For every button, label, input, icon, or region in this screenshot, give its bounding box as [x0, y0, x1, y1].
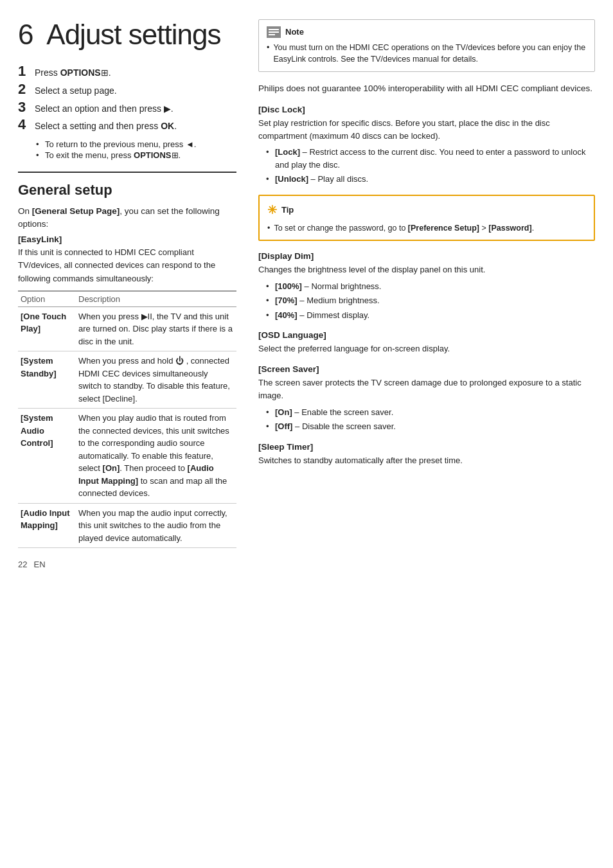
note-text: You must turn on the HDMI CEC operations…: [273, 42, 587, 66]
chapter-number: 6: [18, 19, 33, 50]
screen-saver-body: The screen saver protects the TV screen …: [258, 376, 595, 402]
chapter-title-text: Adjust settings: [46, 19, 220, 50]
display-dim-body: Changes the brightness level of the disp…: [258, 263, 595, 276]
sub-step-2: • To exit the menu, press OPTIONS⊞.: [36, 150, 236, 160]
table-row: [System Standby] When you press and hold…: [18, 351, 236, 409]
table-header-description: Description: [76, 291, 236, 307]
page-number: 22: [18, 560, 27, 569]
tip-box: ✳ Tip • To set or change the password, g…: [258, 195, 595, 242]
display-dim-bullets: • [100%] – Normal brightness. • [70%] – …: [266, 280, 595, 322]
note-box: Note • You must turn on the HDMI CEC ope…: [258, 19, 595, 72]
table-cell-desc-1: When you press ▶II, the TV and this unit…: [76, 306, 236, 351]
osd-language-section: [OSD Language] Select the preferred lang…: [258, 330, 595, 355]
display-dim-bullet-1: • [100%] – Normal brightness.: [266, 280, 595, 293]
screen-saver-bullet-1: • [On] – Enable the screen saver.: [266, 406, 595, 419]
bullet-icon: •: [266, 309, 275, 322]
sleep-timer-section: [Sleep Timer] Switches to standby automa…: [258, 442, 595, 467]
display-dim-section: [Display Dim] Changes the brightness lev…: [258, 251, 595, 321]
note-header: Note: [267, 26, 587, 39]
table-cell-desc-3: When you play audio that is routed from …: [76, 409, 236, 504]
screen-saver-section: [Screen Saver] The screen saver protects…: [258, 364, 595, 432]
options-table: Option Description [One Touch Play] When…: [18, 290, 236, 549]
left-column: 6 Adjust settings 1 Press OPTIONS⊞. 2 Se…: [18, 19, 236, 849]
intro-text: Philips does not guarantee 100% interope…: [258, 84, 592, 93]
bullet-icon: •: [266, 280, 275, 293]
disc-lock-heading: [Disc Lock]: [258, 105, 595, 114]
table-cell-option-2: [System Standby]: [18, 351, 76, 409]
steps-list: 1 Press OPTIONS⊞. 2 Select a setup page.…: [18, 64, 236, 132]
right-column: Note • You must turn on the HDMI CEC ope…: [252, 19, 595, 849]
display-dim-bullet-3: • [40%] – Dimmest display.: [266, 309, 595, 322]
table-cell-option-3: [System Audio Control]: [18, 409, 76, 504]
chapter-title: 6 Adjust settings: [18, 19, 236, 50]
tip-label: Tip: [281, 204, 294, 217]
table-cell-desc-2: When you press and hold ⏻ , connected HD…: [76, 351, 236, 409]
step-2: 2 Select a setup page.: [18, 82, 236, 98]
note-label: Note: [285, 26, 304, 39]
step-3-text: Select an option and then press ▶.: [35, 103, 173, 116]
disc-lock-bullet-1: • [Lock] – Restrict access to the curren…: [266, 146, 595, 171]
step-3: 3 Select an option and then press ▶.: [18, 100, 236, 116]
bullet-1: •: [36, 139, 45, 149]
bullet-2: •: [36, 150, 45, 160]
step-1: 1 Press OPTIONS⊞.: [18, 64, 236, 80]
display-dim-bullet-2: • [70%] – Medium brightness.: [266, 294, 595, 307]
table-cell-option-1: [One Touch Play]: [18, 306, 76, 351]
table-row: [System Audio Control] When you play aud…: [18, 409, 236, 504]
screen-saver-heading: [Screen Saver]: [258, 364, 595, 374]
table-cell-option-4: [Audio Input Mapping]: [18, 503, 76, 548]
display-dim-bullet-2-text: [70%] – Medium brightness.: [275, 294, 380, 307]
tip-icon: ✳: [267, 202, 277, 219]
table-row: [Audio Input Mapping] When you map the a…: [18, 503, 236, 548]
table-header-option: Option: [18, 291, 76, 307]
display-dim-bullet-3-text: [40%] – Dimmest display.: [275, 309, 369, 322]
bullet-icon: •: [266, 173, 275, 186]
display-dim-heading: [Display Dim]: [258, 251, 595, 261]
general-setup-section: General setup On [General Setup Page], y…: [18, 182, 236, 548]
general-setup-heading: General setup: [18, 182, 236, 199]
osd-language-body: Select the preferred language for on-scr…: [258, 342, 595, 355]
display-dim-bullet-1-text: [100%] – Normal brightness.: [275, 280, 381, 293]
disc-lock-section: [Disc Lock] Set play restriction for spe…: [258, 105, 595, 186]
step-2-num: 2: [18, 82, 35, 96]
intro-paragraph: Philips does not guarantee 100% interope…: [258, 82, 595, 96]
bullet-icon: •: [266, 420, 275, 433]
page-lang: EN: [33, 560, 45, 569]
svg-rect-2: [269, 31, 279, 33]
table-cell-desc-4: When you map the audio input correctly, …: [76, 503, 236, 548]
disc-lock-bullets: • [Lock] – Restrict access to the curren…: [266, 146, 595, 186]
sleep-timer-heading: [Sleep Timer]: [258, 442, 595, 452]
step-1-text: Press OPTIONS⊞.: [35, 67, 111, 80]
sub-step-1: • To return to the previous menu, press …: [36, 139, 236, 149]
section-divider: [18, 172, 236, 173]
step-4-text: Select a setting and then press OK.: [35, 120, 177, 133]
disc-lock-bullet-2: • [Unlock] – Play all discs.: [266, 173, 595, 186]
tip-bullet: •: [267, 222, 270, 235]
screen-saver-bullet-1-text: [On] – Enable the screen saver.: [275, 406, 393, 419]
bullet-icon: •: [266, 406, 275, 419]
sub-step-1-text: To return to the previous menu, press ◄.: [45, 139, 196, 149]
osd-language-heading: [OSD Language]: [258, 330, 595, 340]
general-setup-intro: On [General Setup Page], you can set the…: [18, 205, 236, 231]
svg-rect-3: [269, 34, 275, 35]
bullet-icon: •: [266, 294, 275, 307]
screen-saver-bullet-2: • [Off] – Disable the screen saver.: [266, 420, 595, 433]
note-bullet: •: [267, 42, 269, 54]
disc-lock-body: Set play restriction for specific discs.…: [258, 117, 595, 143]
note-icon: [267, 26, 281, 38]
step-4: 4 Select a setting and then press OK.: [18, 118, 236, 133]
page-footer: 22 EN: [18, 560, 236, 569]
tip-text: To set or change the password, go to [Pr…: [274, 222, 534, 235]
step-3-num: 3: [18, 100, 35, 114]
page: 6 Adjust settings 1 Press OPTIONS⊞. 2 Se…: [0, 0, 613, 868]
disc-lock-bullet-2-text: [Unlock] – Play all discs.: [275, 173, 368, 186]
table-row: [One Touch Play] When you press ▶II, the…: [18, 306, 236, 351]
screen-saver-bullets: • [On] – Enable the screen saver. • [Off…: [266, 406, 595, 433]
sub-step-2-text: To exit the menu, press OPTIONS⊞.: [45, 150, 181, 160]
bullet-icon: •: [266, 146, 275, 159]
screen-saver-bullet-2-text: [Off] – Disable the screen saver.: [275, 420, 396, 433]
tip-header: ✳ Tip: [267, 202, 586, 219]
disc-lock-bullet-1-text: [Lock] – Restrict access to the current …: [275, 146, 595, 171]
step-1-num: 1: [18, 64, 35, 78]
step-4-num: 4: [18, 118, 35, 132]
